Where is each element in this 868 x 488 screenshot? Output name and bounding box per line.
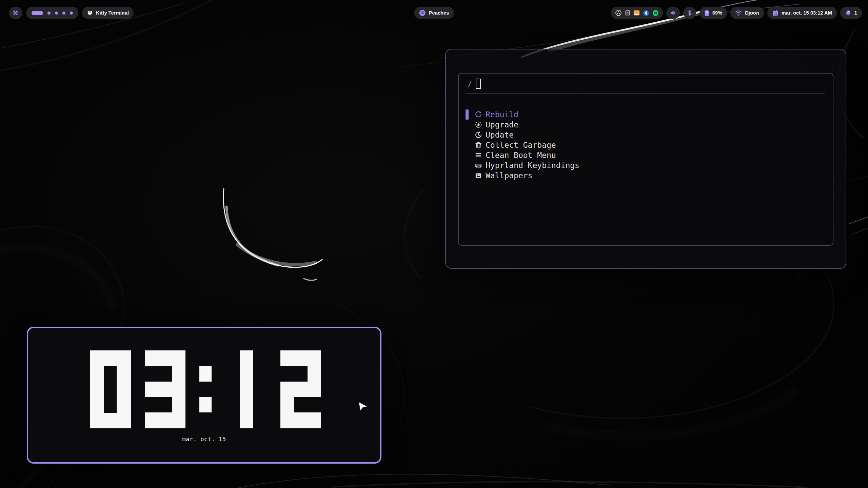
launcher-window: / Rebuild: [445, 49, 846, 269]
selection-bar: [466, 109, 469, 120]
workspace-dot-3[interactable]: [55, 12, 58, 15]
text-cursor: [476, 79, 481, 89]
topbar-left-cluster: Kitty Terminal: [9, 7, 134, 19]
menu-item-rebuild[interactable]: Rebuild: [459, 109, 833, 120]
search-prompt: /: [468, 79, 472, 88]
keepass-icon[interactable]: K: [625, 10, 630, 16]
trash-icon: [475, 141, 482, 149]
bell-icon: [845, 10, 851, 16]
network-ssid: Djoon: [745, 10, 759, 16]
menu-item-hyprland-keybindings[interactable]: Hyprland Keybindings: [459, 160, 833, 170]
bluetooth-icon: [687, 10, 693, 16]
media-track-label: Peaches: [429, 10, 449, 16]
menu-item-collect-garbage[interactable]: Collect Garbage: [459, 140, 833, 150]
volume-pill[interactable]: [666, 7, 680, 19]
menu-item-label: Wallpapers: [486, 171, 532, 180]
menu-item-label: Collect Garbage: [486, 141, 556, 149]
datetime-pill[interactable]: mar. oct. 15 03:12 AM: [767, 7, 837, 19]
workspace-dot-4[interactable]: [62, 12, 65, 15]
media-player-pill[interactable]: Peaches: [414, 7, 454, 19]
nix-launcher-button[interactable]: [9, 7, 22, 19]
active-window-title: Kitty Terminal: [96, 10, 129, 16]
nix-snowflake-icon: [12, 9, 19, 16]
menu-item-label: Rebuild: [486, 110, 518, 119]
bluetooth-pill[interactable]: [683, 7, 696, 19]
spotify-tray-icon[interactable]: [652, 10, 659, 16]
svg-text:K: K: [627, 11, 629, 15]
menu-item-upgrade[interactable]: Upgrade: [459, 120, 833, 130]
spotify-icon: [419, 9, 426, 16]
cat-icon: [87, 10, 93, 16]
calendar-icon: [772, 10, 778, 16]
network-pill[interactable]: Djoon: [730, 7, 764, 19]
battery-percent: 69%: [712, 10, 722, 16]
digital-time: [90, 350, 324, 428]
topbar-center-cluster: Peaches: [414, 7, 454, 19]
wifi-icon: [735, 10, 742, 16]
bluetooth-tray-icon[interactable]: [643, 10, 649, 16]
clock-widget: mar. oct. 15: [27, 327, 381, 464]
datetime-text: mar. oct. 15 03:12 AM: [782, 10, 832, 16]
menu-item-label: Upgrade: [486, 120, 518, 129]
rebuild-icon: [475, 111, 482, 118]
menu-item-label: Update: [486, 130, 514, 139]
notification-count: 1: [854, 10, 857, 16]
files-icon[interactable]: [633, 10, 640, 16]
menu-item-label: Clean Boot Menu: [486, 151, 556, 160]
speaker-icon: [670, 9, 676, 16]
menu-item-clean-boot-menu[interactable]: Clean Boot Menu: [459, 150, 833, 160]
launcher-panel: / Rebuild: [458, 73, 833, 246]
image-icon: [475, 172, 482, 179]
workspace-switcher: [26, 7, 78, 19]
top-bar: Kitty Terminal Peaches: [0, 0, 868, 26]
upgrade-icon: [475, 121, 482, 128]
update-icon: [475, 131, 482, 139]
workspace-active-indicator[interactable]: [32, 11, 43, 15]
search-input[interactable]: /: [459, 74, 833, 94]
notifications-pill[interactable]: 1: [840, 7, 862, 19]
menu-lines-icon: [475, 151, 482, 159]
workspace-dot-2[interactable]: [47, 12, 51, 15]
search-separator: [466, 94, 825, 94]
battery-pill[interactable]: 69%: [699, 7, 727, 19]
keyboard-icon: [475, 162, 482, 169]
menu-item-wallpapers[interactable]: Wallpapers: [459, 170, 833, 181]
system-tray: K: [611, 7, 663, 19]
battery-icon: [704, 9, 709, 16]
desktop: Kitty Terminal Peaches: [0, 0, 868, 488]
topbar-right-cluster: K: [611, 7, 862, 19]
launcher-menu: Rebuild Upgrade: [459, 109, 833, 181]
clock-date: mar. oct. 15: [28, 436, 380, 443]
active-window-pill[interactable]: Kitty Terminal: [82, 7, 134, 19]
mouse-cursor: [358, 401, 368, 413]
workspace-dot-5[interactable]: [70, 12, 73, 15]
obs-icon[interactable]: [615, 9, 622, 16]
menu-item-label: Hyprland Keybindings: [486, 161, 579, 170]
menu-item-update[interactable]: Update: [459, 130, 833, 140]
